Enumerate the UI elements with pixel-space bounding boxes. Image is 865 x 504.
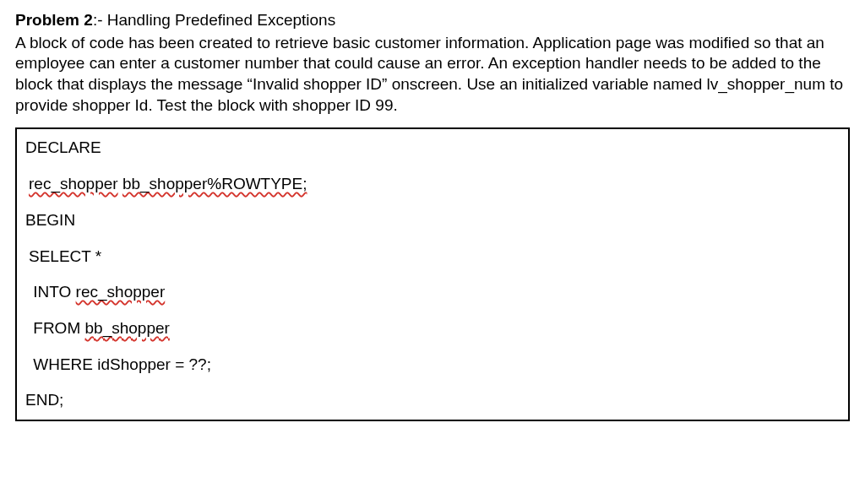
code-token-rec-shopper: rec_shopper: [29, 175, 118, 192]
code-token-from: FROM: [33, 319, 80, 337]
code-line-end: END;: [25, 390, 838, 411]
code-token-into: INTO: [33, 283, 71, 301]
code-line-select: SELECT *: [25, 247, 838, 268]
code-token-into-target: rec_shopper: [76, 283, 166, 301]
problem-description: A block of code has been created to retr…: [15, 33, 850, 117]
code-token-where: WHERE idShopper = ??;: [33, 355, 211, 373]
problem-separator: :-: [93, 11, 103, 29]
code-line-into: INTO rec_shopper: [25, 282, 838, 303]
code-line-from: FROM bb_shopper: [25, 318, 838, 339]
code-line-where: WHERE idShopper = ??;: [25, 355, 838, 376]
code-line-begin: BEGIN: [25, 210, 838, 231]
code-box: DECLARE rec_shopper bb_shopper%ROWTYPE; …: [15, 127, 850, 421]
code-token-from-table: bb_shopper: [85, 319, 170, 337]
code-token-rowtype: bb_shopper%ROWTYPE;: [122, 175, 307, 192]
problem-label: Problem 2: [15, 11, 93, 29]
code-line-rec-shopper-decl: rec_shopper bb_shopper%ROWTYPE;: [25, 174, 838, 195]
problem-title: Handling Predefined Exceptions: [107, 11, 335, 29]
problem-header: Problem 2:- Handling Predefined Exceptio…: [15, 10, 850, 31]
code-line-declare: DECLARE: [25, 138, 838, 159]
